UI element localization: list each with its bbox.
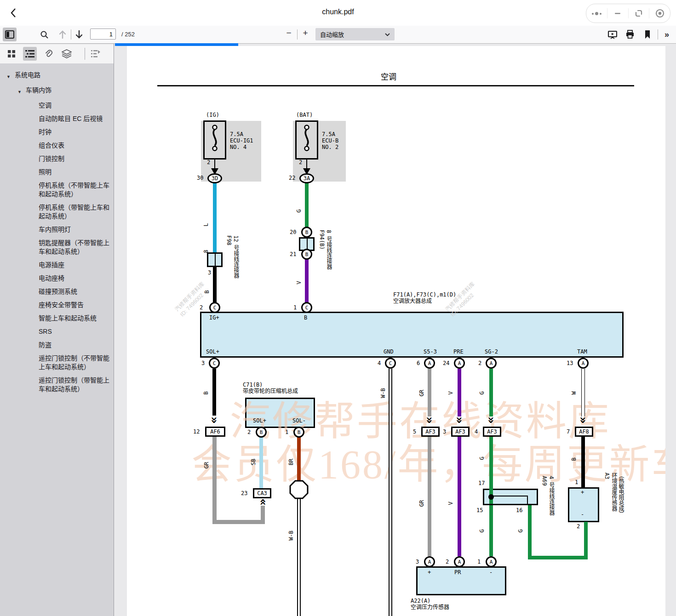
attachments-view-button[interactable] xyxy=(41,47,55,61)
zoom-in-button[interactable]: + xyxy=(300,28,311,39)
wire-label: G xyxy=(479,391,485,394)
outline-icon xyxy=(25,50,34,58)
double-chevron-down-icon xyxy=(425,416,434,424)
pin-circle: A xyxy=(424,556,435,567)
wire-label: V xyxy=(296,281,302,284)
zoom-out-button[interactable]: − xyxy=(283,28,294,39)
more-tools-button[interactable]: » xyxy=(661,29,672,40)
wire-g-green xyxy=(305,182,309,233)
connector-tag: AF3 xyxy=(451,427,470,437)
wire-label: G xyxy=(479,529,485,532)
compressor-pin-label: SOL- xyxy=(292,417,306,424)
presentation-mode-button[interactable] xyxy=(607,29,618,40)
toc-item[interactable]: 停机系统（带智能上车和起动系统） xyxy=(0,203,114,221)
pin-circle: A xyxy=(578,358,589,369)
toc-item[interactable]: 车内照明灯 xyxy=(0,225,114,234)
toc-item[interactable]: 自动防眩目 EC 后视镜 xyxy=(0,114,114,123)
presentation-icon xyxy=(608,30,617,39)
pin-number: 20 xyxy=(290,229,296,235)
toc-item[interactable]: 防盗 xyxy=(0,341,114,349)
fuse-ig-pin: 2 xyxy=(207,159,210,165)
connector-tag: AF8 xyxy=(575,427,593,437)
bookmark-button[interactable] xyxy=(642,29,653,40)
pin-circle: C xyxy=(209,302,220,313)
pin-circle: A xyxy=(424,358,435,369)
sidebar-toggle-icon xyxy=(5,30,14,39)
wire-label: G xyxy=(517,529,524,532)
tag-number: 5 xyxy=(413,428,416,435)
caret-down-icon[interactable]: ▼ xyxy=(17,88,22,97)
more-options-button[interactable] xyxy=(586,4,607,23)
caret-down-icon[interactable]: ▼ xyxy=(6,73,11,81)
print-button[interactable] xyxy=(624,29,636,40)
minimize-button[interactable] xyxy=(607,4,628,23)
wire-label: B xyxy=(204,290,210,293)
current-outline-item-button[interactable] xyxy=(89,47,103,61)
wire-label: GR xyxy=(203,462,210,468)
toc-item[interactable]: 停机系统（不带智能上车和起动系统） xyxy=(0,181,114,199)
minimize-icon xyxy=(613,9,622,17)
pin-number: 6 xyxy=(417,360,420,366)
loading-progress-bar xyxy=(115,43,238,46)
wire-g-green xyxy=(528,505,532,559)
wire-g-green xyxy=(489,437,493,490)
wire-v-purple xyxy=(458,369,461,416)
toc-item[interactable]: 电源插座 xyxy=(0,261,114,269)
toc-item[interactable]: 遥控门锁控制（不带智能上车和起动系统） xyxy=(0,354,114,371)
toc-item[interactable]: SRS xyxy=(0,327,114,336)
connector-tag: CA3 xyxy=(253,488,271,498)
wire-wb-whiteblack xyxy=(389,369,392,616)
pin-circle: B xyxy=(256,427,267,438)
toc-item[interactable]: 遥控门锁控制（带智能上车和起动系统） xyxy=(0,376,114,394)
toc-item[interactable]: 门锁控制 xyxy=(0,154,114,163)
layers-view-button[interactable] xyxy=(60,47,74,61)
search-button[interactable] xyxy=(39,29,50,40)
wire-b-black xyxy=(212,369,216,416)
current-outline-item-icon xyxy=(91,50,100,58)
toc-item[interactable]: 电动座椅 xyxy=(0,274,114,283)
document-title: chunk.pdf xyxy=(0,8,676,16)
title-bar: chunk.pdf xyxy=(0,0,676,26)
wire-sb-skyblue xyxy=(259,436,263,488)
toc-item[interactable]: 组合仪表 xyxy=(0,141,114,150)
diagram-title: 空调 xyxy=(381,74,396,80)
next-page-button[interactable] xyxy=(74,29,85,40)
toc-item[interactable]: 座椅安全带警告 xyxy=(0,301,114,309)
fuse-icon xyxy=(205,122,225,158)
outline-view-button[interactable] xyxy=(23,47,37,61)
toc-item[interactable]: 照明 xyxy=(0,168,114,177)
previous-page-button[interactable] xyxy=(57,29,68,40)
pin-number: 3 xyxy=(208,269,211,276)
connector-tag: AF3 xyxy=(421,427,440,437)
sensor-pin-label: PR xyxy=(454,569,461,576)
toc-item[interactable]: 时钟 xyxy=(0,128,114,137)
toc-item[interactable]: ▼系统电路 xyxy=(0,71,114,81)
pin-circle: C xyxy=(385,358,396,369)
wire-label: GR xyxy=(418,390,425,396)
wire-wb-whiteblack xyxy=(297,499,301,616)
noise-filter-octagon xyxy=(289,479,309,500)
arrow-up-icon xyxy=(58,30,67,39)
double-chevron-down-icon xyxy=(487,416,496,424)
wire-label: BR xyxy=(288,459,294,465)
restore-button[interactable] xyxy=(629,4,649,23)
toc-item[interactable]: 智能上车和起动系统 xyxy=(0,314,114,323)
page-number-input[interactable] xyxy=(90,29,116,40)
zoom-select[interactable]: 自动缩放 xyxy=(315,28,395,40)
record-button[interactable] xyxy=(649,4,670,23)
pin-number: 2 xyxy=(577,523,580,530)
junction-f98 xyxy=(207,252,223,267)
viewer-background[interactable]: 汽修帮手在线资料库 会员仅168/年，每周更新车型 汽修帮手资料库 ID: 74… xyxy=(114,43,676,616)
thumbnails-view-button[interactable] xyxy=(5,47,18,61)
sidebar-toggle-button[interactable] xyxy=(3,28,17,41)
wire-b-black xyxy=(581,437,585,487)
pin-circle: A xyxy=(454,358,465,369)
toc-item[interactable]: ▼车辆内饰 xyxy=(0,86,114,97)
compressor-pin-label: SOL+ xyxy=(253,417,266,424)
toc-item[interactable]: 空调 xyxy=(0,101,114,110)
connector-tag: AF3 xyxy=(483,427,501,437)
toc-item[interactable]: 碰撞预测系统 xyxy=(0,287,114,296)
toc-item[interactable]: 钥匙提醒器（不带智能上车和起动系统） xyxy=(0,239,114,256)
ecu-pin-label: GND xyxy=(384,348,394,355)
connector-tag: AF6 xyxy=(205,427,225,437)
